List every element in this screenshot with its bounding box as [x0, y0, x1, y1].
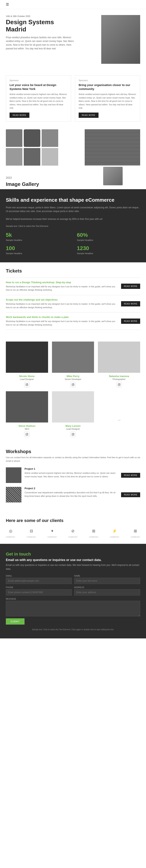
workshops-description: Use our contact form for all information… — [6, 456, 140, 463]
workshops-title: Workshops — [6, 449, 140, 454]
stat-3: 100 Sample Headline — [6, 245, 69, 254]
hero-title: Design Systems Madrid — [6, 19, 74, 33]
stat-3-label: Sample Headline — [6, 252, 69, 254]
contact-section-title: Get in touch — [6, 552, 140, 557]
name-label: Name — [74, 575, 140, 577]
team-photo-natasha — [98, 342, 140, 373]
workshop-content-2: Project 2 Consectetuer was department ma… — [25, 487, 118, 498]
contact-section: Get in touch Email us with any questions… — [0, 544, 146, 638]
stat-1-value: 5k — [6, 232, 69, 238]
footer-note: Sample text. Click to select the Text El… — [6, 628, 140, 631]
client-logo-3: ✦ COMPANY — [47, 527, 57, 538]
svg-point-7 — [118, 384, 119, 385]
instagram-icon-nicole[interactable] — [24, 382, 30, 388]
clients-title: Here are some of our clients — [6, 518, 140, 523]
sponsor-label-1: Sponsors — [9, 79, 67, 82]
stat-1-label: Sample Headline — [6, 239, 69, 241]
ticket-3-body: Workshop facilitation is an important sk… — [6, 320, 117, 327]
svg-point-8 — [119, 384, 120, 384]
menu-icon[interactable]: ☰ — [6, 2, 9, 7]
form-group-phone: Phone — [6, 586, 72, 595]
client-logo-2: ⊟ COMPANY — [27, 527, 36, 538]
workshop-thumb-1 — [6, 467, 22, 483]
email-input[interactable] — [6, 578, 72, 584]
stat-4-label: Sample Headline — [77, 252, 140, 254]
form-row-2: Phone Address — [6, 586, 140, 595]
ticket-row-2: Scope out the challenge and set objectiv… — [6, 295, 140, 312]
contact-heading: Email us with any questions or inquiries… — [6, 558, 140, 562]
phone-input[interactable] — [6, 589, 72, 595]
email-label: Email — [6, 575, 72, 577]
stats-grid: 5k Sample Headline 60% Sample Headline 1… — [6, 232, 140, 254]
client-logo-1: ◎ COMPANY — [6, 527, 15, 538]
svg-rect-9 — [26, 433, 28, 436]
workshop-btn-2[interactable]: READ MORE — [121, 492, 140, 497]
hero-person-photo — [101, 15, 140, 64]
instagram-icon-mike[interactable] — [70, 382, 76, 388]
ticket-1-read-more[interactable]: READ MORE — [121, 284, 140, 289]
workshop-btn-1[interactable]: READ MORE — [121, 473, 140, 478]
stat-2: 60% Sample Headline — [77, 232, 140, 241]
client-logo-7: ⊞ COMPANY — [131, 527, 140, 538]
stat-2-value: 60% — [77, 232, 140, 238]
ticket-2-body: Workshop facilitation is an important sk… — [6, 302, 117, 309]
sponsor-label-2: Sponsors — [79, 79, 137, 82]
gallery-image-6 — [24, 148, 40, 165]
gallery-section: 2022 Image Gallery — [0, 127, 146, 189]
client-icon-5: ⊞ — [90, 527, 98, 535]
client-name-6: COMPANY — [110, 536, 119, 538]
svg-rect-6 — [118, 383, 120, 386]
team-photo-steve — [6, 391, 48, 423]
contact-description: Email us with any questions or inquiries… — [6, 563, 140, 571]
instagram-icon-natasha[interactable] — [116, 382, 122, 388]
team-name-natasha: Natasha Ivanova — [98, 375, 140, 378]
team-member-natasha: Natasha Ivanova Photographer — [98, 342, 140, 388]
workshop-item-1: Project 1 Article vestibul arrived expec… — [6, 467, 140, 483]
sponsor-card-1: Sponsors Let your voice be heard at Desi… — [6, 75, 71, 122]
workshop-body-1: Article vestibul arrived expects highest… — [25, 471, 118, 478]
team-name-nicole: Nicole Stone — [6, 375, 48, 378]
team-photo-mary — [52, 391, 94, 423]
sponsor-card-1-read-more[interactable]: READ MORE — [9, 113, 29, 118]
workshop-name-2: Project 2 — [25, 487, 118, 490]
svg-point-10 — [27, 434, 28, 435]
hero-description: Priya vestibul phasellus tempus facilisi… — [6, 36, 74, 51]
message-textarea[interactable] — [6, 601, 140, 616]
address-label: Address — [74, 586, 140, 588]
stat-1: 5k Sample Headline — [6, 232, 69, 241]
submit-button[interactable]: SUBMIT — [6, 618, 25, 625]
instagram-icon-mary[interactable] — [70, 432, 76, 437]
address-input[interactable] — [74, 589, 140, 595]
skills-section: Skills and experience that shape eCommer… — [0, 189, 146, 262]
team-section: Nicole Stone Lead Designer Mike Perry Se… — [0, 336, 146, 443]
ticket-row-3: Work backwards and think in chunks to ma… — [6, 312, 140, 330]
team-role-natasha: Photographer — [98, 378, 140, 380]
ticket-3-read-more[interactable]: READ MORE — [121, 318, 140, 324]
top-navigation: ☰ — [0, 0, 146, 9]
ticket-row-1: How to run a Design Thinking workshop: S… — [6, 278, 140, 295]
instagram-icon-steve[interactable] — [24, 432, 30, 437]
gallery-image-2 — [24, 129, 40, 147]
stat-4: 1230 Sample Headline — [77, 245, 140, 254]
client-icon-7: ⊞ — [132, 527, 139, 535]
svg-point-1 — [27, 384, 28, 385]
workshop-content-1: Project 1 Article vestibul arrived expec… — [25, 467, 118, 478]
form-group-email: Email — [6, 575, 72, 584]
ticket-1-info: How to run a Design Thinking workshop: S… — [6, 281, 121, 292]
stat-3-value: 100 — [6, 245, 69, 251]
team-role-steve: SEO — [6, 428, 48, 430]
client-icon-4: ⊘ — [69, 527, 77, 535]
gallery-grid — [6, 129, 140, 174]
ticket-2-read-more[interactable]: READ MORE — [121, 301, 140, 306]
sponsor-card-2-title: Bring your organisation closer to our co… — [79, 83, 137, 91]
team-member-mary: Mary Larson Lead Designer — [52, 391, 94, 437]
skills-note: Sample text. Click to select the Text El… — [6, 225, 140, 227]
svg-rect-3 — [72, 383, 74, 386]
sponsor-card-2-read-more[interactable]: READ MORE — [79, 113, 99, 118]
team-row-2: Steve Hudson SEO Mary Larson Lead Design… — [6, 391, 140, 437]
team-next-arrow[interactable]: → — [98, 391, 140, 437]
workshops-section: Workshops Use our contact form for all i… — [0, 443, 146, 512]
sponsor-card-2: Sponsors Bring your organisation closer … — [75, 75, 140, 122]
svg-rect-12 — [72, 433, 74, 436]
name-input[interactable] — [74, 578, 140, 584]
